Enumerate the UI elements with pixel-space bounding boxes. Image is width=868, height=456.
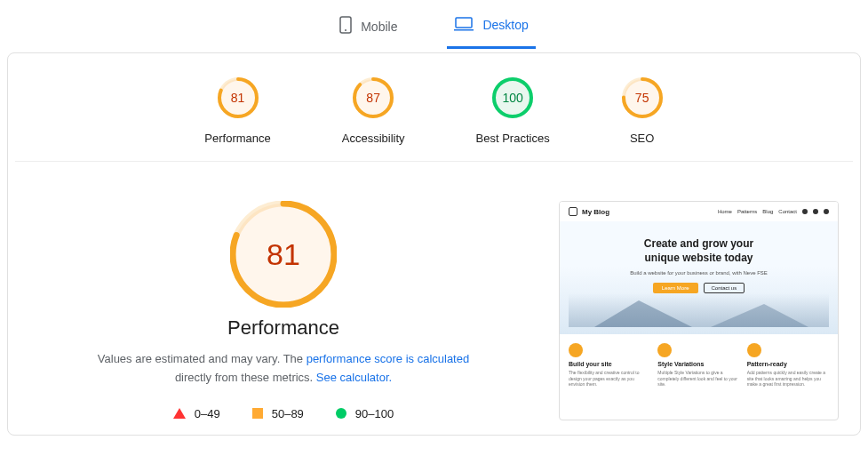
gauge-seo[interactable]: 75SEO bbox=[621, 76, 664, 145]
preview-nav-item: Home bbox=[718, 209, 732, 214]
mobile-icon bbox=[339, 16, 352, 36]
feature-title: Pattern-ready bbox=[747, 361, 829, 367]
square-icon bbox=[252, 408, 263, 419]
circle-icon bbox=[336, 408, 346, 419]
device-tabs: Mobile Desktop bbox=[0, 0, 868, 49]
legend-average: 50–89 bbox=[252, 407, 304, 420]
preview-nav-item: Blog bbox=[762, 209, 773, 214]
performance-section: 81 Performance Values are estimated and … bbox=[29, 201, 538, 420]
triangle-icon bbox=[173, 408, 186, 419]
gauge-row: 81Performance87Accessibility100Best Prac… bbox=[15, 53, 853, 162]
gauge-label: Performance bbox=[204, 132, 270, 145]
feature-text: Add patterns quickly and easily create a… bbox=[747, 370, 829, 388]
preview-nav-item: Patterns bbox=[737, 209, 757, 214]
gauge-accessibility[interactable]: 87Accessibility bbox=[342, 76, 405, 145]
performance-description: Values are estimated and may vary. The p… bbox=[97, 350, 470, 388]
feature-title: Style Variations bbox=[657, 361, 739, 367]
preview-feature: Build your siteThe flexibility and creat… bbox=[569, 343, 650, 388]
tab-mobile[interactable]: Mobile bbox=[332, 7, 404, 49]
feature-icon bbox=[657, 343, 672, 357]
svg-rect-2 bbox=[456, 18, 472, 28]
performance-gauge-big: 81 bbox=[230, 201, 337, 308]
gauge-ring: 100 bbox=[491, 76, 534, 119]
gauge-performance[interactable]: 81Performance bbox=[204, 76, 270, 145]
instagram-icon bbox=[813, 209, 818, 214]
feature-icon bbox=[747, 343, 761, 357]
logo-icon bbox=[569, 207, 577, 216]
calc-link[interactable]: performance score is calculated bbox=[307, 352, 470, 365]
feature-icon bbox=[569, 343, 583, 357]
gauge-ring: 75 bbox=[621, 76, 664, 119]
tab-mobile-label: Mobile bbox=[361, 20, 397, 34]
preview-cta-secondary: Contact us bbox=[704, 283, 745, 293]
see-calc-link[interactable]: See calculator. bbox=[316, 371, 392, 384]
facebook-icon bbox=[802, 209, 808, 214]
preview-feature: Pattern-readyAdd patterns quickly and ea… bbox=[747, 343, 829, 388]
svg-point-1 bbox=[345, 29, 346, 31]
preview-nav: HomePatternsBlogContact bbox=[718, 209, 829, 214]
site-preview: My Blog HomePatternsBlogContact Create a… bbox=[559, 201, 839, 420]
feature-text: The flexibility and creative control to … bbox=[569, 370, 650, 388]
performance-title: Performance bbox=[29, 316, 538, 340]
gauge-label: SEO bbox=[621, 132, 664, 145]
gauge-best-practices[interactable]: 100Best Practices bbox=[476, 76, 550, 145]
report-card: 81Performance87Accessibility100Best Prac… bbox=[7, 52, 861, 436]
preview-hero-sub: Build a website for your business or bra… bbox=[569, 270, 829, 276]
preview-features: Build your siteThe flexibility and creat… bbox=[560, 334, 838, 398]
preview-feature: Style VariationsMultiple Style Variation… bbox=[657, 343, 739, 388]
preview-hero-title: Create and grow yourunique website today bbox=[569, 237, 829, 265]
score-legend: 0–49 50–89 90–100 bbox=[29, 407, 538, 420]
twitter-icon bbox=[824, 209, 829, 214]
gauge-label: Accessibility bbox=[342, 132, 405, 145]
preview-nav-item: Contact bbox=[778, 209, 797, 214]
desktop-icon bbox=[454, 17, 474, 34]
feature-title: Build your site bbox=[569, 361, 650, 367]
gauge-ring: 81 bbox=[217, 76, 259, 119]
preview-brand: My Blog bbox=[569, 207, 609, 216]
gauge-label: Best Practices bbox=[476, 132, 550, 145]
legend-fail: 0–49 bbox=[173, 407, 220, 420]
tab-desktop-label: Desktop bbox=[482, 18, 528, 32]
gauge-ring: 87 bbox=[352, 76, 394, 119]
mountain-illustration bbox=[569, 293, 829, 327]
feature-text: Multiple Style Variations to give a comp… bbox=[657, 370, 739, 388]
tab-desktop[interactable]: Desktop bbox=[447, 7, 535, 49]
legend-pass: 90–100 bbox=[336, 407, 394, 420]
preview-cta-primary: Learn More bbox=[653, 283, 698, 293]
